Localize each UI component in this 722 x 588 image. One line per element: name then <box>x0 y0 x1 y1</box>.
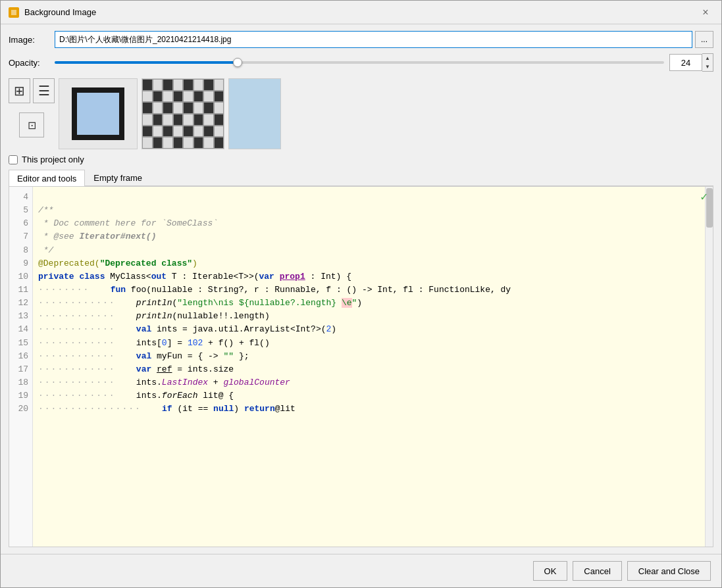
browse-button[interactable]: ... <box>695 31 713 48</box>
cancel-button[interactable]: Cancel <box>573 561 621 581</box>
opacity-row: Opacity: ▲ ▼ <box>9 53 713 72</box>
tab-editor-tools[interactable]: Editor and tools <box>9 170 85 186</box>
slider-track <box>55 61 238 64</box>
center-btn-wrapper: ⊡ <box>9 106 55 137</box>
tabs-bar: Editor and tools Empty frame <box>9 170 713 186</box>
checkmark-icon: ✓ <box>700 189 708 204</box>
opacity-spinner: ▲ ▼ <box>702 53 713 72</box>
opacity-value-wrapper: ▲ ▼ <box>669 53 713 72</box>
image-path-input[interactable] <box>55 31 692 48</box>
pattern-grid <box>142 79 224 149</box>
tab-empty-frame[interactable]: Empty frame <box>85 170 151 185</box>
title-bar: Background Image × <box>1 1 721 24</box>
dialog-content: Image: ... Opacity: ▲ ▼ <box>1 24 721 554</box>
preview-btn-row: ⊞ ☰ <box>9 78 55 103</box>
app-icon <box>9 7 19 18</box>
preview-section: ⊞ ☰ ⊡ <box>9 78 713 149</box>
square-preview <box>72 87 124 140</box>
image-input-wrapper: ... <box>55 31 713 48</box>
image-row: Image: ... <box>9 31 713 48</box>
checkbox-row: This project only <box>9 155 713 164</box>
preview-thumbnail-pattern[interactable] <box>142 78 224 149</box>
opacity-label: Opacity: <box>9 58 55 68</box>
project-only-label: This project only <box>22 155 84 164</box>
tile-button[interactable]: ⊞ <box>9 78 30 103</box>
image-label: Image: <box>9 35 55 45</box>
svg-rect-1 <box>11 10 16 15</box>
dialog-title: Background Image <box>24 7 96 17</box>
footer: OK Cancel Clear and Close <box>1 554 721 587</box>
code-content[interactable]: /** * Doc comment here for `SomeClass` *… <box>33 187 705 547</box>
stretch-button[interactable]: ☰ <box>33 78 55 103</box>
spinner-down[interactable]: ▼ <box>702 62 713 71</box>
spinner-up[interactable]: ▲ <box>702 54 713 62</box>
opacity-value-input[interactable] <box>669 54 702 71</box>
preview-controls: ⊞ ☰ ⊡ <box>9 78 55 149</box>
preview-thumbnail-solid[interactable] <box>228 78 281 149</box>
background-image-dialog: Background Image × Image: ... Opacity: <box>0 0 722 588</box>
opacity-slider[interactable] <box>55 61 664 64</box>
clear-close-button[interactable]: Clear and Close <box>627 561 711 581</box>
vertical-scrollbar[interactable] <box>705 187 713 547</box>
project-only-checkbox[interactable] <box>9 155 18 164</box>
center-button[interactable]: ⊡ <box>19 112 44 137</box>
title-bar-left: Background Image <box>9 7 96 18</box>
ok-button[interactable]: OK <box>533 561 568 581</box>
close-button[interactable]: × <box>698 5 713 20</box>
slider-wrapper[interactable] <box>55 61 664 64</box>
preview-thumbnail-main[interactable] <box>59 78 138 149</box>
code-editor: 4 5 6 7 8 9 10 11 12 13 14 15 16 17 18 1… <box>9 186 713 547</box>
slider-thumb <box>233 58 242 67</box>
line-numbers: 4 5 6 7 8 9 10 11 12 13 14 15 16 17 18 1… <box>9 187 33 547</box>
